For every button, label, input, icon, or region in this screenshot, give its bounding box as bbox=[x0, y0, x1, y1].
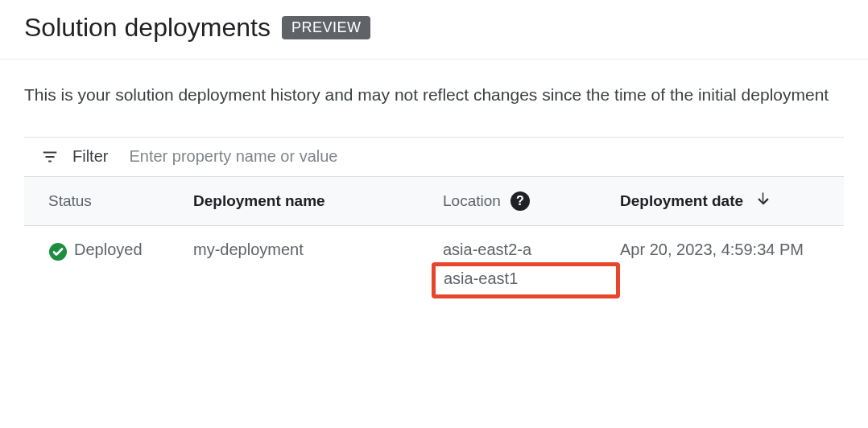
table-header-row: Status Deployment name Location ? Deploy… bbox=[24, 176, 844, 226]
column-header-location[interactable]: Location ? bbox=[443, 190, 620, 212]
cell-date: Apr 20, 2023, 4:59:34 PM bbox=[620, 241, 844, 298]
page-header: Solution deployments PREVIEW bbox=[0, 0, 868, 59]
status-text: Deployed bbox=[74, 241, 143, 259]
deployment-name-text: my-deployment bbox=[193, 241, 304, 258]
location-2-text: asia-east1 bbox=[444, 270, 518, 287]
divider bbox=[0, 59, 868, 60]
check-circle-icon bbox=[48, 242, 68, 261]
column-header-date[interactable]: Deployment date bbox=[620, 190, 844, 212]
cell-location: asia-east2-a asia-east1 bbox=[443, 241, 620, 298]
column-header-location-label: Location bbox=[443, 192, 501, 210]
location-1: asia-east2-a bbox=[443, 241, 620, 259]
page-title: Solution deployments bbox=[24, 13, 271, 43]
filter-icon[interactable] bbox=[40, 147, 60, 167]
filter-label: Filter bbox=[72, 147, 108, 166]
deployment-date-text: Apr 20, 2023, 4:59:34 PM bbox=[620, 241, 804, 258]
cell-deployment-name[interactable]: my-deployment bbox=[193, 241, 443, 298]
help-icon[interactable]: ? bbox=[510, 191, 530, 211]
filter-bar: Filter bbox=[24, 137, 844, 176]
column-header-name[interactable]: Deployment name bbox=[193, 190, 443, 212]
location-2-highlighted: asia-east1 bbox=[432, 262, 620, 298]
filter-input[interactable] bbox=[129, 147, 836, 166]
table-row: Deployed my-deployment asia-east2-a asia… bbox=[24, 226, 844, 313]
sort-descending-icon bbox=[754, 190, 772, 212]
preview-badge: PREVIEW bbox=[282, 16, 371, 39]
column-header-name-label: Deployment name bbox=[193, 192, 325, 210]
cell-status: Deployed bbox=[24, 241, 193, 298]
column-header-status[interactable]: Status bbox=[24, 190, 193, 212]
description-text: This is your solution deployment history… bbox=[0, 82, 868, 108]
deployments-table-area: Filter Status Deployment name Location ?… bbox=[0, 137, 868, 313]
column-header-status-label: Status bbox=[48, 192, 92, 210]
column-header-date-label: Deployment date bbox=[620, 192, 743, 210]
